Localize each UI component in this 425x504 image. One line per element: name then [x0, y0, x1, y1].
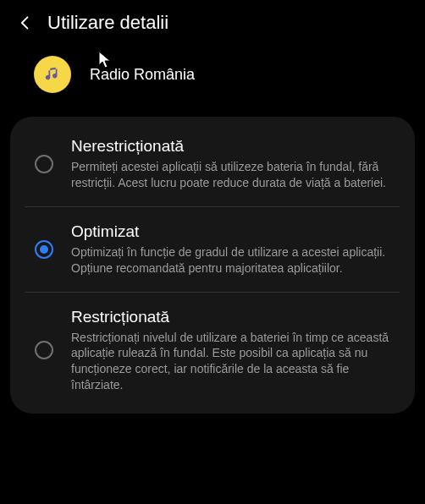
app-info-row: Radio România	[0, 42, 425, 117]
options-card: Nerestricționată Permiteți acestei aplic…	[10, 117, 415, 414]
option-title: Optimizat	[71, 222, 396, 241]
option-text: Optimizat Optimizați în funcție de gradu…	[63, 222, 396, 277]
option-title: Nerestricționată	[71, 137, 396, 156]
radio-optimized[interactable]	[35, 240, 53, 259]
option-restricted[interactable]: Restricționată Restricționați nivelul de…	[25, 292, 400, 409]
radio-col	[25, 308, 63, 394]
chevron-left-icon	[17, 14, 34, 31]
option-title: Restricționată	[71, 308, 396, 326]
option-unrestricted[interactable]: Nerestricționată Permiteți acestei aplic…	[10, 122, 415, 206]
option-desc: Permiteți acestei aplicații să utilizeze…	[71, 159, 396, 191]
app-icon	[34, 56, 71, 93]
back-button[interactable]	[15, 13, 36, 33]
header: Utilizare detalii	[0, 0, 425, 42]
app-name: Radio România	[90, 66, 195, 84]
radio-col	[25, 222, 63, 277]
option-text: Restricționată Restricționați nivelul de…	[63, 308, 396, 394]
option-optimized[interactable]: Optimizat Optimizați în funcție de gradu…	[25, 206, 400, 292]
radio-dot-icon	[40, 245, 48, 254]
option-desc: Optimizați în funcție de gradul de utili…	[71, 244, 396, 277]
radio-col	[25, 137, 63, 191]
radio-restricted[interactable]	[35, 341, 53, 359]
option-desc: Restricționați nivelul de utilizare a ba…	[71, 330, 396, 394]
radio-unrestricted[interactable]	[35, 155, 53, 173]
page-title: Utilizare detalii	[47, 12, 168, 34]
music-note-icon	[43, 65, 62, 84]
option-text: Nerestricționată Permiteți acestei aplic…	[63, 137, 396, 191]
